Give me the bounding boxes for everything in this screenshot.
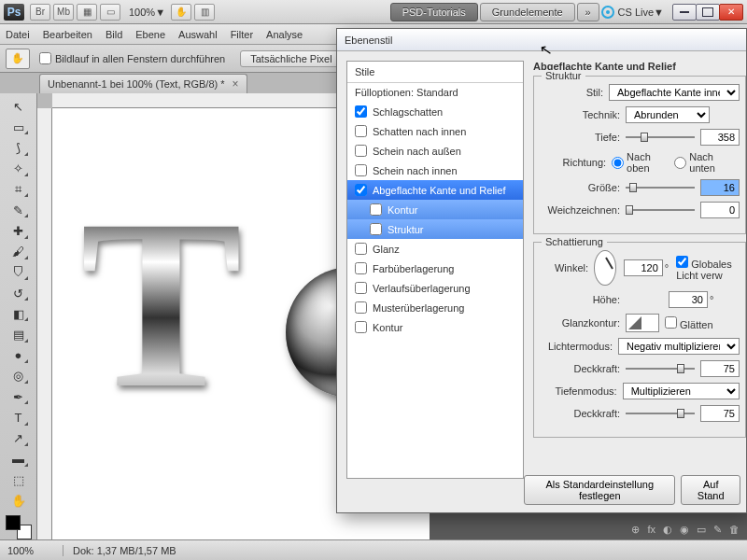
style-gradient-overlay[interactable]: Verlaufsüberlagerung [347,278,523,298]
mask-icon[interactable]: ◐ [663,524,672,536]
hoehe-input[interactable] [669,291,708,308]
3d-tool[interactable]: ⬚ [7,470,30,489]
type-tool[interactable]: T [7,408,30,427]
gloss-contour[interactable] [626,314,659,332]
richtung-down[interactable]: Nach unten [674,151,730,174]
menu-bearbeiten[interactable]: Bearbeiten [43,29,92,40]
style-drop-shadow[interactable]: Schlagschatten [347,102,523,121]
window-close[interactable] [719,4,743,21]
window-maximize[interactable] [696,4,720,21]
deck2-slider[interactable] [626,407,695,420]
style-stroke[interactable]: Kontur [347,317,523,337]
groesse-input[interactable] [700,179,740,196]
global-light-check[interactable]: Globales Licht verw [676,256,740,281]
groesse-label: Größe: [540,182,620,193]
styles-header[interactable]: Stile [347,62,523,83]
minibridge-button[interactable]: Mb [53,4,74,21]
screenmode-button[interactable]: ▭ [100,4,120,21]
style-bevel-contour[interactable]: Kontur [347,200,523,219]
technik-select[interactable]: Abrunden [626,106,710,123]
workspace-tab-grundelemente[interactable]: Grundelemente [480,3,575,21]
link-icon[interactable]: ⊕ [631,524,640,536]
tiefenmodus-label: Tiefenmodus: [540,385,617,397]
style-bevel-texture[interactable]: Struktur [347,219,523,239]
path-tool[interactable]: ↗ [7,429,30,448]
stamp-tool[interactable]: ⛉ [7,263,30,282]
deck1-slider[interactable] [626,362,695,375]
menu-auswahl[interactable]: Auswahl [178,29,218,40]
make-default-button[interactable]: Als Standardeinstellung festlegen [524,475,675,505]
style-color-overlay[interactable]: Farbüberlagerung [347,259,523,278]
eyedropper-tool[interactable]: ✎ [7,201,30,219]
new-layer-icon[interactable]: ✎ [713,524,722,536]
winkel-input[interactable] [624,259,663,276]
document-tab[interactable]: Unbenannt-1 bei 100% (Text, RGB/8) * × [39,74,247,93]
status-zoom[interactable]: 100% [7,545,63,556]
brush-tool[interactable]: 🖌 [7,243,30,261]
healing-tool[interactable]: ✚ [7,221,30,240]
menu-filter[interactable]: Filter [231,29,253,40]
style-bevel[interactable]: Abgeflachte Kante und Relief [347,180,523,200]
bridge-button[interactable]: Br [30,4,50,21]
style-inner-glow[interactable]: Schein nach innen [347,161,523,180]
lasso-tool[interactable]: ⟆ [7,138,30,157]
style-inner-shadow[interactable]: Schatten nach innen [347,121,523,141]
close-icon[interactable]: × [233,77,239,91]
gradient-tool[interactable]: ▤ [7,325,30,343]
zoom-level[interactable]: 100% ▼ [129,7,165,18]
glanzkontur-label: Glanzkontur: [540,317,620,329]
eraser-tool[interactable]: ◧ [7,304,30,323]
tiefe-input[interactable] [700,129,740,146]
stil-label: Stil: [540,87,603,98]
menu-ebene[interactable]: Ebene [135,29,165,40]
reset-default-button[interactable]: Auf Stand [681,475,740,505]
dialog-title: Ebenenstil [337,29,746,51]
groesse-slider[interactable] [626,181,695,194]
shape-tool[interactable]: ▬ [7,450,30,469]
workspace-tab-tutorials[interactable]: PSD-Tutorials [390,3,478,21]
scroll-all-windows-check[interactable]: Bildlauf in allen Fenstern durchführen [39,52,225,64]
wand-tool[interactable]: ✧ [7,160,30,178]
crop-tool[interactable]: ⌗ [7,180,30,199]
weich-slider[interactable] [626,203,695,217]
move-tool[interactable]: ↖ [7,97,30,116]
tiefenmodus-select[interactable]: Multiplizieren [623,383,740,399]
hand-tool[interactable]: ✋ [7,491,30,510]
angle-dial[interactable] [594,250,616,286]
tiefe-slider[interactable] [626,131,695,144]
history-brush-tool[interactable]: ↺ [7,284,30,302]
stil-select[interactable]: Abgeflachte Kante innen [609,84,740,101]
blur-tool[interactable]: ● [7,346,30,365]
style-satin[interactable]: Glanz [347,239,523,259]
marquee-tool[interactable]: ▭ [7,118,30,136]
hand-tool-icon[interactable]: ✋ [6,49,30,69]
fill-options-row[interactable]: Fülloptionen: Standard [347,83,523,102]
pen-tool[interactable]: ✒ [7,387,30,406]
lichtermodus-select[interactable]: Negativ multiplizieren [618,338,740,355]
arrange-button[interactable]: ▦ [77,4,97,21]
adjust-icon[interactable]: ◉ [680,524,689,536]
glaetten-check[interactable]: Glätten [665,316,713,330]
cs-live[interactable]: CS Live ▼ [601,6,664,19]
color-swatches[interactable] [6,515,32,539]
menu-analyse[interactable]: Analyse [266,29,303,40]
cslive-icon [601,6,614,19]
title-bar: Ps Br Mb ▦ ▭ 100% ▼ ✋ ▥ PSD-Tutorials Gr… [0,0,747,24]
menu-bild[interactable]: Bild [106,29,122,40]
dodge-tool[interactable]: ◎ [7,367,30,385]
trash-icon[interactable]: 🗑 [729,524,740,536]
window-minimize[interactable] [672,4,697,21]
style-outer-glow[interactable]: Schein nach außen [347,141,523,161]
group-icon[interactable]: ▭ [697,524,706,536]
workspace-more[interactable]: » [577,3,599,21]
view-extras[interactable]: ▥ [194,4,215,21]
richtung-up[interactable]: Nach oben [612,151,665,174]
weich-input[interactable] [700,202,740,218]
menu-datei[interactable]: Datei [6,29,30,40]
style-pattern-overlay[interactable]: Musterüberlagerung [347,298,523,317]
fx-icon[interactable]: fx [647,524,655,536]
actual-pixels-button[interactable]: Tatsächliche Pixel [240,50,342,67]
hand-shortcut[interactable]: ✋ [171,4,191,21]
deck1-input[interactable] [700,360,740,377]
deck2-input[interactable] [700,405,740,422]
